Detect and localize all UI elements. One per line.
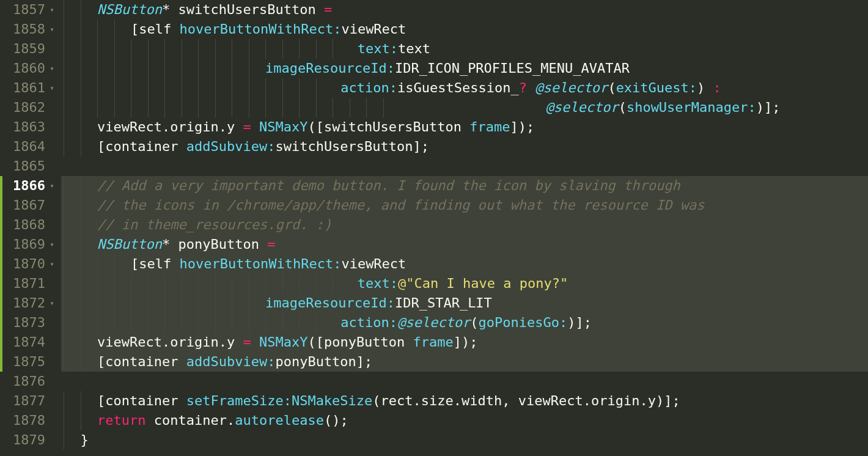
- line-number[interactable]: 1866: [13, 176, 48, 196]
- code-line[interactable]: [container addSubview:ponyButton];: [61, 352, 868, 372]
- code-line[interactable]: @selector(showUserManager:)];: [61, 98, 868, 117]
- token: return: [97, 413, 145, 428]
- gutter-row: 1859: [0, 39, 56, 59]
- line-number[interactable]: 1857: [13, 0, 48, 20]
- code-line[interactable]: NSButton* ponyButton =: [61, 235, 868, 254]
- fold-toggle-icon[interactable]: ▾: [48, 0, 56, 20]
- line-number[interactable]: 1871: [13, 274, 48, 293]
- code-line[interactable]: text:@"Can I have a pony?": [61, 274, 868, 293]
- fold-toggle-icon[interactable]: ▾: [48, 254, 56, 274]
- token: [350, 276, 358, 291]
- indent-guide: [198, 313, 215, 333]
- indent-guide: [282, 274, 300, 293]
- indent-guide: [131, 274, 148, 293]
- indent-guide: [215, 59, 232, 78]
- code-line[interactable]: [container addSubview:switchUsersButton]…: [61, 137, 868, 156]
- token: IDR_ICON_PROFILES_MENU_AVATAR: [395, 61, 630, 76]
- token: viewRect: [341, 21, 406, 37]
- token: * ponyButton: [162, 237, 267, 252]
- code-line[interactable]: action:@selector(goPoniesGo:)];: [61, 313, 868, 333]
- code-line[interactable]: }: [61, 430, 868, 450]
- line-number[interactable]: 1860: [13, 59, 48, 78]
- code-line[interactable]: [61, 372, 868, 391]
- indent-guide: [232, 78, 249, 98]
- indent-guide: [64, 39, 81, 59]
- line-number[interactable]: 1869: [13, 235, 48, 254]
- indent-guide: [232, 293, 249, 313]
- line-number[interactable]: 1864: [13, 137, 48, 156]
- line-number[interactable]: 1865: [13, 156, 48, 176]
- line-number[interactable]: 1858: [13, 20, 48, 39]
- code-line[interactable]: [self hoverButtonWithRect:viewRect: [61, 20, 868, 39]
- indent-guide: [249, 59, 266, 78]
- line-number[interactable]: 1878: [13, 411, 48, 430]
- indent-guide: [249, 293, 266, 313]
- indent-guide: [182, 39, 199, 59]
- change-marker: [0, 196, 2, 215]
- code-line[interactable]: viewRect.origin.y = NSMaxY([switchUsersB…: [61, 117, 868, 137]
- line-number[interactable]: 1868: [13, 215, 48, 235]
- line-number[interactable]: 1875: [13, 352, 48, 372]
- line-number[interactable]: 1872: [13, 293, 48, 313]
- token: [: [131, 21, 139, 37]
- indent-guide: [215, 39, 232, 59]
- indent-guide: [148, 274, 165, 293]
- code-line[interactable]: // in theme_resources.grd. :): [61, 215, 868, 235]
- line-number[interactable]: 1874: [13, 333, 48, 352]
- gutter-row: 1858▾: [0, 20, 56, 39]
- code-line[interactable]: NSButton* switchUsersButton =: [61, 0, 868, 20]
- code-line[interactable]: text:text: [61, 39, 868, 59]
- change-marker: [0, 274, 2, 293]
- fold-toggle-icon[interactable]: ▾: [48, 78, 56, 98]
- token: addSubview:: [186, 139, 276, 154]
- code-area[interactable]: NSButton* switchUsersButton = [self hove…: [61, 0, 868, 456]
- indent-guide: [97, 59, 114, 78]
- line-number[interactable]: 1861: [13, 78, 48, 98]
- code-line[interactable]: action:isGuestSession_? @selector(exitGu…: [61, 78, 868, 98]
- indent-guide: [81, 411, 98, 430]
- indent-guide: [182, 59, 199, 78]
- line-number[interactable]: 1879: [13, 430, 48, 450]
- code-line[interactable]: return container.autorelease();: [61, 411, 868, 430]
- code-line[interactable]: imageResourceId:IDR_ICON_PROFILES_MENU_A…: [61, 59, 868, 78]
- code-line[interactable]: [self hoverButtonWithRect:viewRect: [61, 254, 868, 274]
- code-line[interactable]: // Add a very important demo button. I f…: [61, 176, 868, 196]
- code-line[interactable]: [61, 156, 868, 176]
- indent-guide: [164, 59, 182, 78]
- token: hoverButtonWithRect:: [179, 21, 341, 37]
- gutter-row: 1878: [0, 411, 56, 430]
- code-line[interactable]: [container setFrameSize:NSMakeSize(rect.…: [61, 391, 868, 411]
- token: switchUsersButton];: [275, 139, 429, 154]
- token: NSButton: [97, 237, 162, 252]
- indent-guide: [114, 59, 131, 78]
- line-number[interactable]: 1870: [13, 254, 48, 274]
- fold-toggle-icon[interactable]: ▾: [48, 59, 56, 78]
- indent-guide: [148, 78, 165, 98]
- code-line[interactable]: viewRect.origin.y = NSMaxY([ponyButton f…: [61, 333, 868, 352]
- indent-guide: [232, 39, 249, 59]
- indent-guide: [232, 274, 249, 293]
- code-line[interactable]: // the icons in /chrome/app/theme, and f…: [61, 196, 868, 215]
- line-number[interactable]: 1876: [13, 372, 48, 391]
- line-number[interactable]: 1862: [13, 98, 48, 117]
- fold-toggle-icon[interactable]: ▾: [48, 293, 56, 313]
- gutter-row: 1875: [0, 352, 56, 372]
- token: [171, 21, 179, 37]
- token: @selector: [397, 315, 470, 330]
- fold-toggle-icon[interactable]: ▾: [48, 20, 56, 39]
- line-number[interactable]: 1877: [13, 391, 48, 411]
- indent-guide: [316, 274, 333, 293]
- code-line[interactable]: imageResourceId:IDR_STAR_LIT: [61, 293, 868, 313]
- indent-guide: [366, 98, 383, 117]
- line-number[interactable]: 1867: [13, 196, 48, 215]
- indent-guide: [81, 235, 98, 254]
- line-number[interactable]: 1873: [13, 313, 48, 333]
- line-number[interactable]: 1859: [13, 39, 48, 59]
- indent-guide: [148, 98, 165, 117]
- line-number[interactable]: 1863: [13, 117, 48, 137]
- token: [container: [97, 139, 186, 154]
- fold-toggle-icon[interactable]: ▾: [48, 176, 56, 196]
- fold-toggle-icon[interactable]: ▾: [48, 235, 56, 254]
- code-editor[interactable]: 1857▾1858▾18591860▾1861▾1862186318641865…: [0, 0, 868, 456]
- indent-guide: [64, 59, 81, 78]
